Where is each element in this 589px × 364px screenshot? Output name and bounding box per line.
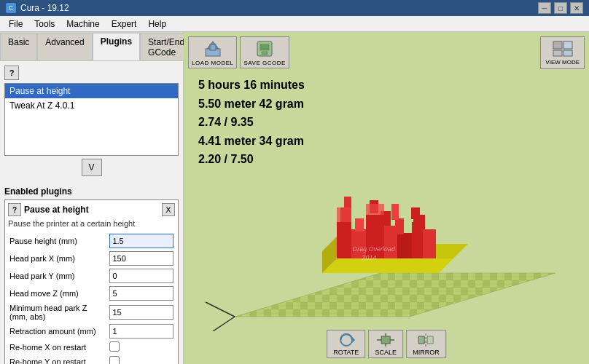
v-button[interactable]: V xyxy=(82,159,102,176)
plugin-list[interactable]: Pause at height Tweak At Z 4.0.1 xyxy=(4,83,179,156)
mirror-label: MIRROR xyxy=(413,349,440,356)
svg-rect-2 xyxy=(210,44,216,50)
setting-value xyxy=(108,355,175,364)
table-row: Head park X (mm) xyxy=(8,250,175,267)
plugins-header: ? xyxy=(4,66,179,80)
svg-rect-5 xyxy=(262,52,268,55)
v-btn-row: V xyxy=(4,159,179,176)
head-park-y-input[interactable] xyxy=(109,269,173,283)
svg-rect-9 xyxy=(563,50,572,56)
setting-label: Re-home Y on restart xyxy=(8,355,108,364)
setting-value xyxy=(108,340,175,355)
svg-rect-39 xyxy=(355,218,364,232)
setting-value xyxy=(108,302,175,323)
main-container: Basic Advanced Plugins Start/End-GCode ?… xyxy=(0,32,589,364)
svg-marker-48 xyxy=(366,204,384,215)
svg-rect-53 xyxy=(381,336,390,344)
head-move-z-input[interactable] xyxy=(109,286,173,301)
svg-rect-7 xyxy=(563,41,572,49)
enabled-plugin-name: Pause at height xyxy=(24,205,159,215)
svg-rect-8 xyxy=(553,50,562,56)
setting-label: Re-home X on restart xyxy=(8,340,108,355)
minimize-button[interactable]: ─ xyxy=(538,2,551,14)
svg-text:Drag Overload: Drag Overload xyxy=(352,245,396,253)
svg-marker-52 xyxy=(352,337,355,343)
scale-button[interactable]: SCALE xyxy=(368,330,403,358)
mirror-button[interactable]: MIRROR xyxy=(406,330,446,358)
svg-line-27 xyxy=(206,302,235,317)
setting-label: Head move Z (mm) xyxy=(8,285,108,302)
svg-marker-28 xyxy=(322,258,453,273)
setting-label: Pause height (mm) xyxy=(8,232,108,250)
maximize-button[interactable]: □ xyxy=(554,2,567,14)
tab-basic[interactable]: Basic xyxy=(0,33,37,60)
view-mode-icon xyxy=(552,40,574,58)
table-row: Pause height (mm) xyxy=(8,232,175,250)
plugin-description: Pause the printer at a certain height xyxy=(8,219,175,228)
setting-value xyxy=(108,285,175,302)
enabled-plugins-label: Enabled plugins xyxy=(4,186,183,197)
menu-item-expert[interactable]: Expert xyxy=(106,17,143,31)
plugin-item-tweak-at-z[interactable]: Tweak At Z 4.0.1 xyxy=(5,98,178,113)
rehome-x-checkbox[interactable] xyxy=(109,341,120,352)
tab-advanced[interactable]: Advanced xyxy=(37,33,92,60)
menu-item-machine[interactable]: Machine xyxy=(61,17,105,31)
table-row: Head move Z (mm) xyxy=(8,285,175,302)
rotate-button[interactable]: ROTATE xyxy=(327,330,365,358)
tabs: Basic Advanced Plugins Start/End-GCode xyxy=(0,32,183,61)
view-mode-label: VIEW MODE xyxy=(545,59,580,66)
menu-item-tools[interactable]: Tools xyxy=(28,17,61,31)
load-model-button[interactable]: LOAD MODEL xyxy=(188,36,237,68)
enabled-plugin-header: ? Pause at height X xyxy=(8,203,175,216)
svg-rect-4 xyxy=(260,44,269,50)
svg-rect-35 xyxy=(397,233,412,258)
table-row: Retraction amount (mm) xyxy=(8,323,175,340)
svg-rect-46 xyxy=(411,207,420,219)
title-bar: C Cura - 19.12 ─ □ ✕ xyxy=(0,0,589,16)
rehome-y-checkbox[interactable] xyxy=(109,356,120,364)
mirror-icon xyxy=(416,332,437,348)
left-panel: Basic Advanced Plugins Start/End-GCode ?… xyxy=(0,32,184,364)
menu-item-help[interactable]: Help xyxy=(142,17,172,31)
window-title: Cura - 19.12 xyxy=(20,3,69,13)
svg-rect-6 xyxy=(553,41,562,49)
enabled-plugin-close-button[interactable]: X xyxy=(162,203,175,216)
setting-value xyxy=(108,323,175,340)
svg-rect-41 xyxy=(395,218,404,234)
save-gcode-button[interactable]: SAVE GCODE xyxy=(240,36,289,68)
settings-table: Pause height (mm) Head park X (mm) Head … xyxy=(8,232,175,364)
view-mode-button[interactable]: VIEW MODE xyxy=(540,36,585,69)
close-button[interactable]: ✕ xyxy=(570,2,583,14)
table-row: Re-home Y on restart xyxy=(8,355,175,364)
right-panel: LOAD MODEL SAVE GCODE VIEW MODE xyxy=(184,32,589,364)
menu-item-file[interactable]: File xyxy=(3,17,28,31)
setting-label: Minimum head park Z (mm, abs) xyxy=(8,302,108,323)
setting-value xyxy=(108,250,175,267)
min-head-park-z-input[interactable] xyxy=(109,305,173,320)
enabled-plugin-help-button[interactable]: ? xyxy=(8,203,21,216)
retraction-amount-input[interactable] xyxy=(109,324,173,339)
table-row: Minimum head park Z (mm, abs) xyxy=(8,302,175,323)
plugins-help-button[interactable]: ? xyxy=(4,66,19,80)
plugin-item-pause-at-height[interactable]: Pause at height xyxy=(5,84,178,98)
scale-icon xyxy=(375,332,396,348)
table-row: Re-home X on restart xyxy=(8,340,175,355)
plugins-section: ? Pause at height Tweak At Z 4.0.1 V xyxy=(0,61,183,183)
svg-text:2014: 2014 xyxy=(362,254,378,261)
svg-rect-31 xyxy=(337,222,351,258)
svg-line-26 xyxy=(213,317,235,331)
menu-bar: FileToolsMachineExpertHelp xyxy=(0,16,589,32)
tab-plugins[interactable]: Plugins xyxy=(93,33,140,60)
setting-label: Retraction amount (mm) xyxy=(8,323,108,340)
load-model-label: LOAD MODEL xyxy=(192,60,233,66)
pause-height-input[interactable] xyxy=(109,234,173,248)
3d-scene: Drag Overload 2014 xyxy=(191,69,570,331)
setting-value xyxy=(108,267,175,285)
save-gcode-icon xyxy=(254,39,275,59)
scale-label: SCALE xyxy=(375,349,397,356)
svg-rect-45 xyxy=(391,204,399,220)
load-model-icon xyxy=(203,39,223,59)
rotate-icon xyxy=(336,332,356,348)
head-park-x-input[interactable] xyxy=(109,251,173,266)
window-controls: ─ □ ✕ xyxy=(538,2,583,14)
